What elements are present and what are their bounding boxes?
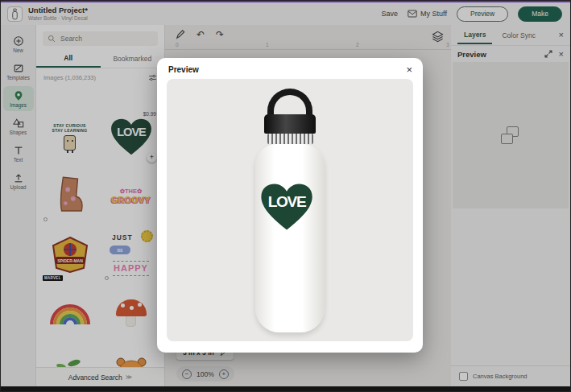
design-app-window: Untitled Project* Water Bottle · Vinyl D… (0, 0, 571, 392)
modal-close-icon[interactable]: × (406, 64, 412, 75)
bottle-body: LOVE (255, 144, 325, 332)
svg-text:LOVE: LOVE (268, 193, 307, 210)
window-bottom-bar (0, 386, 571, 392)
water-bottle-render: LOVE (255, 89, 325, 332)
product-preview-box: LOVE (167, 79, 413, 341)
bottle-steel-band (267, 134, 313, 144)
preview-modal: Preview × LOVE (157, 58, 423, 353)
bottle-cap (264, 114, 316, 134)
love-heart-decal: LOVE (260, 182, 313, 232)
bottle-handle (267, 89, 312, 118)
modal-title: Preview (168, 65, 199, 74)
